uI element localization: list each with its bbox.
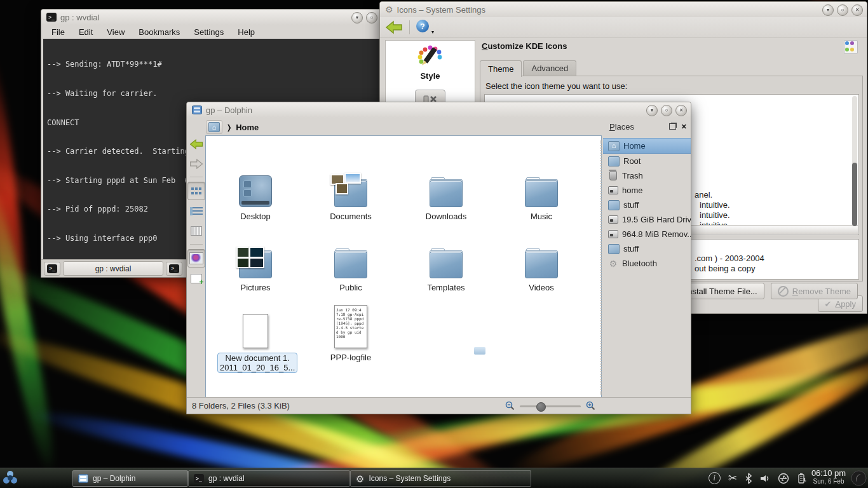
help-button[interactable]: ? ▾ [416,20,433,35]
tab-list-button[interactable]: >_ [166,262,182,276]
icons-view-icon [191,187,201,195]
folder-item-pictures[interactable]: Pictures [217,243,294,292]
battery-icon[interactable] [797,473,807,484]
terminal-tab-label: gp : wvdial [95,264,132,273]
theme-list-scrollbar[interactable] [852,96,857,224]
notifications-icon[interactable]: i [709,472,721,484]
places-label: Bluetooth [622,259,657,268]
klipper-icon[interactable]: ✂ [728,473,737,484]
theme-list-fragment: intuitive. [700,200,730,210]
file-item-ppp-logfile[interactable]: Jan 17 09:47:18 gp-Aspire-5738 pppd[1946… [313,309,389,362]
task-dolphin[interactable]: gp – Dolphin [72,470,188,487]
file-item-new-document[interactable]: New document 1.2011_01_20_16_5... [217,309,294,373]
folder-item-music[interactable]: Music [503,172,580,221]
icons-view-button[interactable] [187,182,205,200]
clock[interactable]: 06:10 pm Sun, 6 Feb [808,469,849,485]
zoom-in-icon[interactable] [586,401,595,410]
folder-view[interactable]: Desktop Documents Downloads Music [205,135,602,398]
window-close-button[interactable]: ✕ [675,105,687,116]
menu-file[interactable]: File [51,27,65,37]
menu-edit[interactable]: Edit [79,27,93,37]
window-minimize-button[interactable]: ▾ [646,105,658,116]
folder-icon [334,252,367,278]
theme-list-fragment: anel. [695,190,712,200]
remove-theme-label: Remove Theme [792,287,851,296]
breadcrumb-home-button[interactable]: ⌂ [206,120,222,134]
folder-item-desktop[interactable]: Desktop [217,172,294,221]
forward-button[interactable] [188,155,205,172]
places-header: Places [609,122,634,132]
menu-view[interactable]: View [107,27,125,37]
volume-icon[interactable] [760,474,770,483]
window-close-button[interactable]: ✕ [851,4,863,16]
folder-item-templates[interactable]: Templates [408,243,484,292]
split-view-button[interactable] [188,270,205,287]
scrollbar-thumb[interactable] [852,163,857,226]
bluetooth-icon[interactable] [745,473,752,484]
places-label: Home [623,141,646,151]
desktop: >_ gp : wvdial ▾ ○ ✕ File Edit View Book… [0,0,868,488]
window-minimize-button[interactable]: ▾ [822,4,834,16]
zoom-slider[interactable] [520,402,581,410]
folder-item-videos[interactable]: Videos [503,243,580,292]
breadcrumb-home[interactable]: Home [236,123,259,132]
system-tray: i ✂ [709,468,807,488]
places-item-stuff-2[interactable]: stuff [603,241,691,256]
task-terminal[interactable]: >_ gp : wvdial [188,470,350,487]
task-system-settings[interactable]: ⚙ Icons – System Settings [350,470,531,487]
item-label: Desktop [217,212,294,221]
preview-button[interactable] [187,249,205,268]
places-item-trash[interactable]: Trash [603,168,691,183]
new-tab-button[interactable]: >_ [44,262,60,276]
terminal-tab[interactable]: gp : wvdial [63,261,163,276]
places-item-home[interactable]: ⌂ Home [603,138,691,154]
menu-bookmarks[interactable]: Bookmarks [139,27,180,37]
menu-settings[interactable]: Settings [194,27,224,37]
window-maximize-button[interactable]: ○ [661,105,672,116]
folder-item-documents[interactable]: Documents [313,172,389,221]
item-label: Templates [408,283,484,292]
window-maximize-button[interactable]: ○ [366,12,377,24]
folder-item-public[interactable]: Public [313,243,389,292]
columns-view-button[interactable] [188,222,205,240]
menu-help[interactable]: Help [238,27,255,37]
places-item-removable[interactable]: 964.8 MiB Remov... [603,227,691,241]
pictures-folder-icon [239,252,272,278]
places-label: 964.8 MiB Remov... [622,229,691,239]
window-maximize-button[interactable]: ○ [837,4,848,16]
usb-device-icon[interactable] [778,473,789,484]
hard-drive-icon [608,186,618,194]
detach-panel-icon[interactable] [669,123,676,130]
window-minimize-button[interactable]: ▾ [351,12,363,24]
style-category[interactable]: Style [386,44,475,81]
dolphin-titlebar[interactable]: gp – Dolphin ▾ ○ ✕ [187,102,691,118]
home-icon: ⌂ [608,141,620,151]
places-item-root[interactable]: Root [603,154,691,168]
back-icon [189,139,203,150]
system-settings-titlebar[interactable]: ⚙ Icons – System Settings ▾ ○ ✕ [380,2,867,17]
back-button[interactable] [188,135,205,152]
back-button[interactable] [385,20,403,34]
terminal-titlebar[interactable]: >_ gp : wvdial ▾ ○ ✕ [41,10,396,25]
close-panel-icon[interactable]: ✕ [681,123,687,130]
places-item-home-drive[interactable]: home [603,183,691,198]
panel-splitter[interactable] [600,140,602,395]
zoom-out-icon[interactable] [505,401,515,410]
terminal-title: gp : wvdial [60,13,99,22]
trash-icon [609,171,617,180]
system-settings-title: Icons – System Settings [397,5,485,15]
remove-theme-button[interactable]: Remove Theme [771,283,858,299]
places-item-stuff[interactable]: stuff [603,198,691,212]
slider-handle[interactable] [536,402,546,412]
tab-advanced[interactable]: Advanced [523,60,576,76]
tab-theme[interactable]: Theme [480,60,522,77]
places-item-bluetooth[interactable]: ⚙ Bluetooth [603,256,691,271]
panel-toolbox-button[interactable] [851,470,867,486]
launcher-button[interactable] [1,469,19,487]
folder-item-downloads[interactable]: Downloads [408,172,484,221]
places-item-hard-drive[interactable]: 19.5 GiB Hard Drive [603,212,691,227]
dolphin-window: gp – Dolphin ▾ ○ ✕ ⌂ ❭ Home [186,102,691,414]
details-view-button[interactable] [188,203,205,220]
selected-file-label: New document 1.2011_01_20_16_5... [217,353,297,373]
places-label: home [622,186,643,195]
